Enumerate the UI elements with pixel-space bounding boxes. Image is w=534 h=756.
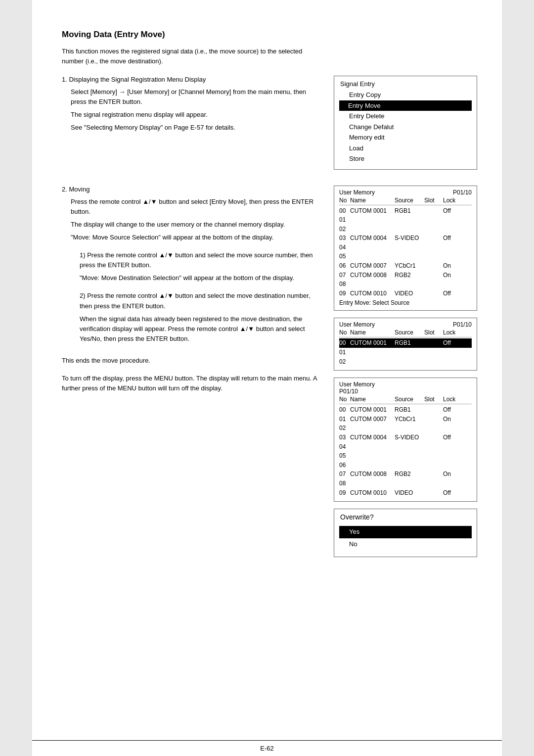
section2-step2: The display will change to the user memo…	[62, 220, 319, 230]
mem2-col-no: No	[339, 329, 350, 336]
mem2-title: User Memory	[339, 321, 375, 328]
mem3-rows: 00CUTOM 0001RGB1Off01CUTOM 0007YCbCr1On0…	[339, 405, 472, 497]
footer-bar: E-62	[32, 740, 502, 756]
menu-item-5: Load	[340, 143, 471, 154]
section1-right: Signal Entry Entry CopyEntry MoveEntry D…	[334, 76, 477, 177]
memory-box-2: User Memory P01/10 No Name Source Slot L…	[334, 318, 477, 371]
mem1-col-source: Source	[395, 197, 424, 204]
table-row: 04	[339, 442, 472, 452]
menu-item-6: Store	[340, 153, 471, 164]
mem2-rows: 00CUTOM 0001RGB1Off0102	[339, 338, 472, 366]
table-row: 02	[339, 424, 472, 433]
overwrite-item-0: Yes	[339, 526, 472, 538]
menu-items: Entry CopyEntry MoveEntry DeleteChange D…	[340, 90, 471, 164]
mem2-col-slot: Slot	[424, 329, 443, 336]
menu-item-2: Entry Delete	[340, 111, 471, 122]
mem2-col-source: Source	[395, 329, 424, 336]
intro-text: This function moves the registered signa…	[62, 47, 324, 66]
section2-sub1-sub: "Move: Move Destination Selection" will …	[62, 273, 319, 283]
table-row: 09CUTOM 0010VIDEOOff	[339, 488, 472, 498]
mem1-col-no: No	[339, 197, 350, 204]
section1-number: 1. Displaying the Signal Registration Me…	[62, 76, 319, 83]
overwrite-box: Overwrite? YesNo	[334, 509, 477, 557]
table-row: 09CUTOM 0010VIDEOOff	[339, 289, 472, 298]
section1-step3: See "Selecting Memory Display" on Page E…	[62, 123, 319, 133]
menu-item-3: Change Defalut	[340, 122, 471, 133]
overwrite-title: Overwrite?	[340, 513, 471, 521]
page: Moving Data (Entry Move) This function m…	[32, 0, 502, 756]
table-row: 00CUTOM 0001RGB1Off	[339, 206, 472, 216]
mem1-title: User Memory	[339, 189, 375, 196]
section1-step2: The signal registration menu display wil…	[62, 110, 319, 120]
memory-box-1: User Memory P01/10 No Name Source Slot L…	[334, 186, 477, 311]
table-row: 04	[339, 243, 472, 252]
mem2-col-lock: Lock	[443, 329, 462, 336]
mem1-rows: 00CUTOM 0001RGB1Off010203CUTOM 0004S-VID…	[339, 206, 472, 298]
menu-title: Signal Entry	[340, 80, 471, 88]
table-row: 07CUTOM 0008RGB2On	[339, 470, 472, 479]
table-row: 02	[339, 225, 472, 234]
section2-left: 2. Moving Press the remote control ▲/▼ b…	[62, 186, 319, 397]
section2-number: 2. Moving	[62, 186, 319, 193]
mem2-col-headers: No Name Source Slot Lock	[339, 329, 472, 337]
page-title: Moving Data (Entry Move)	[62, 30, 477, 40]
section2-sub1-label: 1) Press the remote control ▲/▼ button a…	[62, 250, 319, 270]
section2-step3: "Move: Move Source Selection" will appea…	[62, 233, 319, 242]
table-row: 05	[339, 252, 472, 261]
mem1-col-lock: Lock	[443, 197, 462, 204]
section2-right: User Memory P01/10 No Name Source Slot L…	[334, 186, 477, 564]
table-row: 07CUTOM 0008RGB2On	[339, 271, 472, 280]
mem3-col-name: Name	[350, 396, 395, 403]
mem3-col-source: Source	[395, 396, 424, 403]
mem3-col-headers: No Name Source Slot Lock	[339, 396, 472, 404]
mem1-col-name: Name	[350, 197, 395, 204]
table-row: 08	[339, 280, 472, 289]
mem3-page: P01/10	[339, 388, 472, 395]
table-row: 01	[339, 215, 472, 225]
mem1-col-slot: Slot	[424, 197, 443, 204]
table-row: 08	[339, 479, 472, 488]
section2-sub2-label: 2) Press the remote control ▲/▼ button a…	[62, 291, 319, 311]
mem3-col-no: No	[339, 396, 350, 403]
table-row: 03CUTOM 0004S-VIDEOOff	[339, 234, 472, 243]
menu-item-1: Entry Move	[339, 100, 472, 111]
mem1-footer: Entry Move: Select Source	[339, 299, 472, 306]
mem3-col-slot: Slot	[424, 396, 443, 403]
memory-box-3: User Memory P01/10 No Name Source Slot L…	[334, 378, 477, 502]
table-row: 03CUTOM 0004S-VIDEOOff	[339, 433, 472, 442]
table-row: 02	[339, 357, 472, 367]
mem2-page: P01/10	[453, 321, 472, 328]
overwrite-item-1: No	[340, 538, 471, 551]
footer-text: E-62	[260, 745, 273, 752]
section1-left: 1. Displaying the Signal Registration Me…	[62, 76, 319, 136]
mem1-page: P01/10	[453, 189, 472, 196]
table-row: 05	[339, 451, 472, 461]
table-row: 00CUTOM 0001RGB1Off	[339, 405, 472, 415]
section1-step1: Select [Memory] → [User Memory] or [Chan…	[62, 87, 319, 107]
menu-item-4: Memory edit	[340, 132, 471, 143]
mem3-col-lock: Lock	[443, 396, 462, 403]
table-row: 06	[339, 461, 472, 470]
ending-line2: To turn off the display, press the MENU …	[62, 374, 319, 393]
table-row: 01CUTOM 0007YCbCr1On	[339, 415, 472, 424]
table-row: 00CUTOM 0001RGB1Off	[339, 338, 472, 348]
menu-item-0: Entry Copy	[340, 90, 471, 100]
table-row: 01	[339, 348, 472, 357]
mem1-col-headers: No Name Source Slot Lock	[339, 197, 472, 205]
mem2-col-name: Name	[350, 329, 395, 336]
mem3-title: User Memory	[339, 381, 472, 388]
ending-line1: This ends the move procedure.	[62, 356, 319, 366]
table-row: 06CUTOM 0007YCbCr1On	[339, 261, 472, 271]
signal-entry-menu: Signal Entry Entry CopyEntry MoveEntry D…	[334, 76, 477, 170]
section2-sub2-sub: When the signal data has already been re…	[62, 314, 319, 344]
section2-step1: Press the remote control ▲/▼ button and …	[62, 197, 319, 217]
overwrite-items: YesNo	[340, 526, 471, 551]
